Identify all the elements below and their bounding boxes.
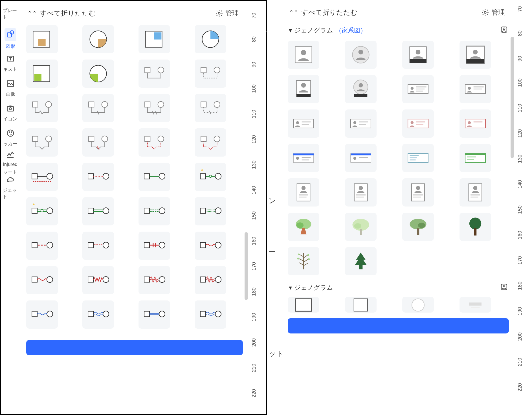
shape-sq-green[interactable] [26,60,58,88]
shape-tree-3[interactable] [402,213,434,241]
tool-label: 画像 [6,91,15,97]
shape-conn-reddbl[interactable] [26,232,58,260]
shape-photo-sq-cap[interactable] [288,75,319,103]
shape-frame-circ[interactable] [402,297,434,313]
shape-conn-dotted[interactable] [195,60,226,88]
shape-photo-sqdark[interactable] [402,41,434,69]
shape-card-grey2[interactable] [460,75,491,103]
shape-id-3[interactable] [402,178,434,207]
primary-action-button[interactable] [288,318,509,333]
shape-photo-circ-cap[interactable] [345,75,377,103]
tool-icon[interactable]: イコン [3,102,18,124]
scrollbar[interactable] [245,38,248,325]
shape-frame-sq2[interactable] [345,297,377,313]
shape-tree-5[interactable] [288,247,319,275]
shape-tree-1[interactable] [288,213,319,241]
shape-conn-redwave[interactable] [195,232,226,260]
shape-card-grey3[interactable] [288,109,319,138]
shape-conn-slash[interactable] [82,94,114,122]
tool-chart[interactable]: injured ャート [3,151,18,174]
shape-conn-house2[interactable] [82,128,114,157]
scrollbar[interactable] [511,37,514,324]
tool-shapes[interactable]: 図形 [3,27,18,50]
shape-tree-2[interactable] [345,213,377,241]
shape-conn-bluewave[interactable] [26,300,58,329]
shape-conn-green4[interactable] [82,197,114,225]
shape-card-lblue[interactable] [402,144,434,172]
svg-point-60 [47,242,53,248]
shape-conn-house4[interactable] [195,128,226,157]
scrollbar-thumb[interactable] [245,232,248,300]
manage-button[interactable]: 管理 [215,9,242,18]
shape-conn-solid[interactable] [139,60,170,88]
shape-card-blue2[interactable] [345,144,377,172]
svg-rect-69 [88,277,93,282]
shape-conn-redzig2[interactable] [82,266,114,294]
ruler-tick: 170 [517,256,523,265]
shape-card-blue1[interactable] [288,144,319,172]
chevron-down-icon: ▾ [289,284,292,291]
shape-sq-tan[interactable] [26,25,58,53]
svg-rect-77 [88,311,93,317]
collapse-all[interactable]: ⌃⌃ すべて折りたたむ [27,9,96,18]
shape-card-red1[interactable] [402,109,434,138]
shape-conn-green2[interactable] [195,163,226,191]
shape-conn-slash2[interactable] [139,94,170,122]
shape-conn-green1[interactable] [139,163,170,191]
shape-conn-redzig3[interactable] [139,266,170,294]
primary-action-button[interactable] [26,340,243,355]
shape-conn-bluewave3[interactable] [195,300,226,329]
shape-card-grey1[interactable] [402,75,434,103]
person-icon[interactable] [500,283,508,292]
shape-photo-sq[interactable] [288,41,319,69]
section-genogram-1[interactable]: ▾ ジェノグラム （家系図） [282,23,515,39]
tool-image[interactable]: 画像 [3,77,18,100]
shape-card-red2[interactable] [460,109,491,138]
shape-frame-sq[interactable] [288,297,319,313]
shape-id-2[interactable] [345,178,377,207]
shape-conn-reddbl2[interactable] [82,232,114,260]
shape-conn-bluewave2[interactable] [82,300,114,329]
shape-circ-tan[interactable] [82,25,114,53]
shape-conn-house3[interactable] [139,128,170,157]
shape-tree-6[interactable] [345,247,377,275]
shape-conn-dot2[interactable] [195,94,226,122]
svg-rect-122 [416,124,423,125]
shape-conn-reddots[interactable] [82,163,114,191]
manage-button[interactable]: 管理 [481,8,508,17]
svg-rect-98 [296,94,311,97]
shape-photo-frame[interactable] [460,41,491,69]
shape-photo-circ[interactable] [345,41,377,69]
shape-conn-bluebar[interactable] [139,300,170,329]
shape-conn-redbar[interactable] [139,232,170,260]
shape-card-grey4[interactable] [345,109,377,138]
shape-conn-redzig[interactable] [26,266,58,294]
tool-sticker[interactable]: ッカー [3,127,18,149]
svg-rect-145 [299,194,308,195]
collapse-all[interactable]: ⌃⌃ すべて折りたたむ [289,8,357,17]
tool-text[interactable]: キスト [3,52,18,75]
shape-id-4[interactable] [460,178,491,207]
svg-point-103 [411,87,414,90]
person-icon[interactable] [500,26,508,35]
svg-point-56 [159,208,165,214]
tool-widget[interactable]: ジェット [3,176,18,199]
tool-template[interactable]: プレート [3,3,18,25]
shape-tree-4[interactable] [460,213,491,241]
shape-circ-green[interactable] [82,60,114,88]
svg-point-152 [416,186,420,190]
shape-conn-reddash[interactable] [26,163,58,191]
shape-sq-blue[interactable] [139,25,170,53]
shape-conn-house1[interactable] [26,128,58,157]
shape-conn-kink[interactable] [26,94,58,122]
shape-pie-blue[interactable] [195,25,226,53]
shape-conn-redzig4[interactable] [195,266,226,294]
shape-id-1[interactable] [288,178,319,207]
shape-conn-greendot[interactable] [195,197,226,225]
shape-conn-greendash[interactable] [139,197,170,225]
shape-conn-green3[interactable] [26,197,58,225]
scrollbar-thumb[interactable] [511,37,514,158]
shape-card-green[interactable] [460,144,491,172]
shape-frame-label[interactable] [460,297,491,313]
svg-point-133 [353,157,357,160]
